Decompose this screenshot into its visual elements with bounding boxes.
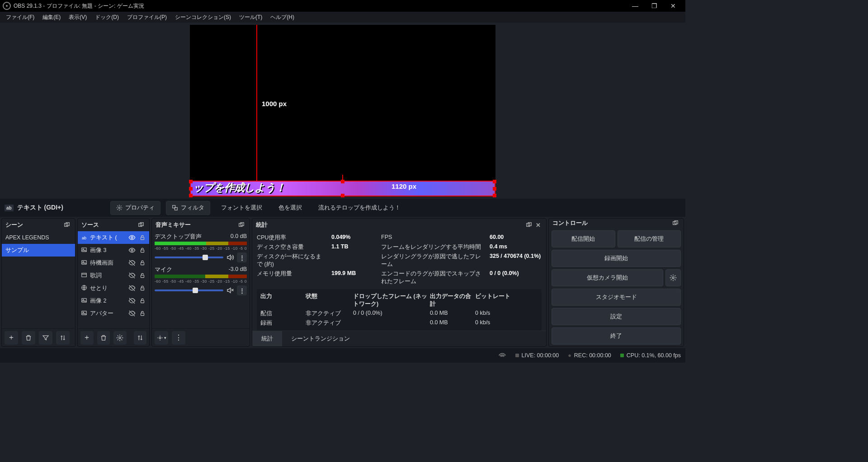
mixer-menu-button[interactable]: ⋮ bbox=[172, 331, 185, 345]
exit-button[interactable]: 終了 bbox=[552, 327, 681, 345]
studio-mode-button[interactable]: スタジオモード bbox=[552, 289, 681, 306]
visibility-toggle-icon[interactable] bbox=[128, 233, 136, 242]
stats-grid: CPU使用率0.049%FPS60.00ディスク空き容量1.1 TBフレームをレ… bbox=[257, 234, 542, 285]
start-streaming-button[interactable]: 配信開始 bbox=[552, 230, 615, 247]
mixer-body: デスクトップ音声0.0 dB -60-55-50-45-40-35-30-25-… bbox=[152, 231, 250, 328]
popout-icon[interactable] bbox=[237, 220, 246, 229]
source-item[interactable]: 画像 2 bbox=[78, 294, 149, 307]
text-value[interactable]: 流れるテロップを作成しよう！ bbox=[313, 201, 406, 215]
svg-rect-15 bbox=[141, 262, 144, 265]
scene-list[interactable]: APEX LEGENDS サンプル bbox=[2, 231, 75, 328]
volume-slider[interactable] bbox=[155, 289, 223, 291]
menu-view[interactable]: 表示(V) bbox=[65, 12, 91, 23]
source-item[interactable]: せとり bbox=[78, 282, 149, 294]
add-source-button[interactable]: ＋ bbox=[80, 331, 94, 345]
level-meter bbox=[155, 275, 247, 278]
handle-tc[interactable] bbox=[341, 180, 344, 183]
settings-button[interactable]: 設定 bbox=[552, 308, 681, 325]
popout-icon[interactable] bbox=[137, 220, 146, 229]
scenes-panel: シーン APEX LEGENDS サンプル ＋ bbox=[1, 218, 75, 347]
scene-item[interactable]: APEX LEGENDS bbox=[2, 231, 75, 244]
speaker-icon[interactable] bbox=[226, 253, 234, 261]
visibility-toggle-icon[interactable] bbox=[128, 284, 136, 292]
preview-area[interactable]: 1000 px ップを作成しよう！ 1120 px bbox=[0, 23, 685, 199]
popout-icon[interactable] bbox=[671, 219, 680, 228]
remove-scene-button[interactable] bbox=[22, 331, 35, 345]
virtual-camera-settings-button[interactable] bbox=[665, 269, 681, 286]
virtual-camera-button[interactable]: 仮想カメラ開始 bbox=[552, 269, 663, 286]
preview-canvas[interactable]: 1000 px ップを作成しよう！ 1120 px bbox=[190, 25, 495, 196]
channel-menu-button[interactable]: ⋮ bbox=[237, 252, 247, 262]
source-reorder-button[interactable] bbox=[134, 331, 147, 345]
stat-label: ディスクが一杯になるまで (約) bbox=[257, 253, 327, 268]
properties-button[interactable]: プロパティ bbox=[110, 201, 160, 215]
lock-toggle-icon[interactable] bbox=[138, 259, 146, 267]
menu-dock[interactable]: ドック(D) bbox=[91, 12, 123, 23]
obs-logo-icon bbox=[3, 2, 11, 10]
lock-toggle-icon[interactable] bbox=[138, 309, 146, 317]
visibility-toggle-icon[interactable] bbox=[128, 309, 136, 317]
popout-icon[interactable] bbox=[62, 220, 71, 229]
visibility-toggle-icon[interactable] bbox=[128, 246, 136, 254]
handle-tl[interactable] bbox=[189, 180, 193, 183]
scene-filter-button[interactable] bbox=[39, 331, 52, 345]
handle-bc[interactable] bbox=[341, 194, 344, 197]
source-list[interactable]: ab テキスト ( 画像 3 待機画面 歌詞 せとり 画像 2 アバター bbox=[78, 231, 149, 328]
handle-bl[interactable] bbox=[189, 194, 193, 197]
visibility-toggle-icon[interactable] bbox=[128, 271, 136, 280]
output-header: 出力 bbox=[260, 293, 306, 308]
source-type-icon: ab bbox=[80, 235, 88, 240]
filters-button[interactable]: フィルタ bbox=[166, 201, 210, 215]
lock-toggle-icon[interactable] bbox=[138, 271, 146, 280]
lock-toggle-icon[interactable] bbox=[138, 284, 146, 292]
source-settings-button[interactable] bbox=[113, 331, 127, 345]
menu-tools[interactable]: ツール(T) bbox=[235, 12, 266, 23]
menu-edit[interactable]: 編集(E) bbox=[38, 12, 65, 23]
menu-profile[interactable]: プロファイル(P) bbox=[123, 12, 171, 23]
minimize-button[interactable]: — bbox=[626, 0, 645, 12]
handle-tr[interactable] bbox=[493, 180, 496, 183]
channel-menu-button[interactable]: ⋮ bbox=[237, 285, 247, 295]
lock-toggle-icon[interactable] bbox=[138, 233, 146, 242]
source-item[interactable]: アバター bbox=[78, 307, 149, 320]
lock-toggle-icon[interactable] bbox=[138, 246, 146, 254]
tab-transitions[interactable]: シーントランジション bbox=[282, 331, 359, 346]
scene-reorder-button[interactable] bbox=[56, 331, 70, 345]
select-color-button[interactable]: 色を選択 bbox=[273, 201, 307, 215]
visibility-toggle-icon[interactable] bbox=[128, 297, 136, 305]
select-font-button[interactable]: フォントを選択 bbox=[216, 201, 268, 215]
tab-stats[interactable]: 統計 bbox=[252, 331, 282, 346]
handle-mr[interactable] bbox=[493, 187, 496, 191]
menu-help[interactable]: ヘルプ(H) bbox=[266, 12, 298, 23]
handle-ml[interactable] bbox=[189, 187, 193, 191]
popout-icon[interactable] bbox=[524, 220, 533, 229]
menu-scenecol[interactable]: シーンコレクション(S) bbox=[171, 12, 235, 23]
source-item[interactable]: 歌詞 bbox=[78, 269, 149, 282]
start-recording-button[interactable]: 録画開始 bbox=[552, 250, 681, 267]
svg-rect-8 bbox=[141, 237, 144, 239]
sources-panel: ソース ab テキスト ( 画像 3 待機画面 歌詞 せとり 画像 2 アバター… bbox=[77, 218, 150, 347]
selection-box[interactable] bbox=[190, 181, 495, 196]
manage-streaming-button[interactable]: 配信の管理 bbox=[618, 230, 681, 247]
lock-toggle-icon[interactable] bbox=[138, 297, 146, 305]
handle-br[interactable] bbox=[493, 194, 496, 197]
mixer-settings-button[interactable]: ▾ bbox=[155, 331, 168, 345]
visibility-toggle-icon[interactable] bbox=[128, 259, 136, 267]
mute-icon[interactable] bbox=[226, 286, 234, 294]
scene-item[interactable]: サンプル bbox=[2, 244, 75, 257]
svg-rect-25 bbox=[141, 313, 144, 315]
remove-source-button[interactable] bbox=[97, 331, 110, 345]
close-button[interactable]: ✕ bbox=[664, 0, 683, 12]
add-scene-button[interactable]: ＋ bbox=[5, 331, 18, 345]
source-item[interactable]: 待機画面 bbox=[78, 257, 149, 269]
maximize-button[interactable]: ❐ bbox=[645, 0, 664, 12]
stat-label: エンコードのラグが原因でスキップされたフレーム bbox=[381, 270, 485, 285]
source-item[interactable]: ab テキスト ( bbox=[78, 231, 149, 244]
stats-panel: 統計 ✕ CPU使用率0.049%FPS60.00ディスク空き容量1.1 TBフ… bbox=[252, 218, 547, 347]
volume-slider[interactable] bbox=[155, 257, 223, 258]
source-item[interactable]: 画像 3 bbox=[78, 244, 149, 257]
output-row: 録画非アクティブ0.0 MB0 kb/s bbox=[260, 318, 538, 328]
source-type-icon bbox=[80, 259, 88, 266]
menu-file[interactable]: ファイル(F) bbox=[2, 12, 38, 23]
close-panel-icon[interactable]: ✕ bbox=[533, 220, 542, 229]
